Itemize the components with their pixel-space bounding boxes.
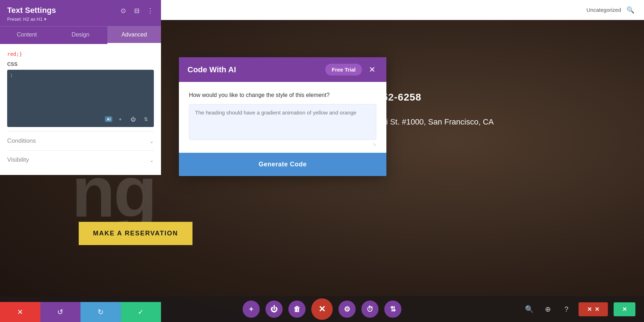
add-element-icon[interactable]: +	[243, 301, 260, 318]
css-line-number: 1	[10, 73, 13, 78]
cancel-button[interactable]: ✕	[0, 302, 40, 322]
top-bar-search-icon[interactable]: 🔍	[625, 5, 635, 15]
css-label: CSS	[7, 61, 154, 67]
discard-close-label: ✕	[595, 306, 599, 313]
sort-element-icon[interactable]: ⇅	[384, 301, 401, 318]
close-element-icon[interactable]: ✕	[311, 298, 333, 320]
css-red-code: red;}	[7, 50, 154, 58]
panel-header: Text Settings Preset: H2 as H1 ▾ ⊙ ⊟ ⋮	[0, 0, 161, 26]
top-bar-category: Uncategorized	[586, 7, 621, 13]
bottom-toolbar-center: + ⏻ 🗑 ✕ ⚙ ⏱ ⇅	[243, 298, 401, 320]
more-icon[interactable]: ⋮	[145, 6, 155, 16]
settings-element-icon[interactable]: ⚙	[338, 301, 356, 318]
visibility-label: Visibility	[7, 156, 29, 164]
save-button[interactable]: ✓	[121, 302, 161, 322]
free-trial-badge: Free Trial	[325, 64, 362, 75]
sort-updown-icon[interactable]: ⇅	[141, 114, 151, 124]
tab-content[interactable]: Content	[0, 26, 54, 44]
undo-button[interactable]: ↺	[40, 302, 81, 322]
reservation-button[interactable]: MAKE A RESERVATION	[79, 222, 192, 245]
discard-close-button[interactable]: ✕ ✕	[579, 302, 608, 316]
save-close-button[interactable]: ✕	[614, 302, 635, 316]
redo-button[interactable]: ↻	[80, 302, 121, 322]
target-icon[interactable]: ⊙	[118, 6, 128, 16]
top-bar-right: Uncategorized 🔍	[586, 5, 635, 15]
tab-design[interactable]: Design	[54, 26, 107, 44]
panel-header-icons: ⊙ ⊟ ⋮	[118, 6, 155, 16]
conditions-label: Conditions	[7, 137, 36, 145]
ai-dialog-footer: Generate Code	[179, 153, 386, 176]
conditions-section[interactable]: Conditions ⌄	[7, 131, 154, 150]
discard-close-icon: ✕	[587, 306, 592, 313]
ai-dialog-body: How would you like to change the style o…	[179, 82, 386, 153]
reset-icon[interactable]: ⏻	[128, 114, 138, 124]
ai-question: How would you like to change the style o…	[189, 92, 376, 98]
delete-element-icon[interactable]: 🗑	[288, 301, 306, 318]
ai-dialog-title: Code With AI	[187, 65, 236, 74]
css-editor[interactable]: 1 AI + ⏻ ⇅	[7, 70, 154, 127]
panel-body: red;} CSS 1 AI + ⏻ ⇅ Conditions ⌄ Visibi…	[0, 44, 161, 175]
ai-dialog-close-icon[interactable]: ✕	[366, 64, 378, 75]
resize-handle-area: ⤡	[189, 142, 376, 147]
css-editor-toolbar: AI + ⏻ ⇅	[105, 114, 151, 124]
plus-icon[interactable]: +	[115, 114, 125, 124]
tab-advanced[interactable]: Advanced	[107, 26, 161, 44]
left-panel: Text Settings Preset: H2 as H1 ▾ ⊙ ⊟ ⋮ C…	[0, 0, 161, 175]
ai-icon[interactable]: AI	[105, 116, 112, 122]
history-element-icon[interactable]: ⏱	[361, 301, 379, 318]
bg-address: vi St. #1000, San Francisco, CA	[382, 117, 494, 127]
conditions-chevron-icon: ⌄	[149, 138, 154, 145]
panel-bottom-toolbar: ✕ ↺ ↻ ✓	[0, 302, 161, 322]
generate-code-button[interactable]: Generate Code	[179, 153, 386, 176]
bg-overlay-text: 52-6258 vi St. #1000, San Francisco, CA	[382, 92, 494, 127]
layers-bottom-icon[interactable]: ⊕	[541, 303, 554, 316]
ai-textarea[interactable]	[189, 104, 376, 140]
bottom-toolbar-right: 🔍 ⊕ ? ✕ ✕ ✕	[523, 302, 635, 316]
visibility-chevron-icon: ⌄	[149, 157, 154, 164]
ai-dialog: Code With AI Free Trial ✕ How would you …	[179, 57, 386, 176]
panel-preset: Preset: H2 as H1 ▾	[7, 16, 154, 22]
zoom-bottom-icon[interactable]: 🔍	[523, 303, 536, 316]
ai-dialog-header: Code With AI Free Trial ✕	[179, 57, 386, 82]
panel-tabs: Content Design Advanced	[0, 26, 161, 44]
layout-icon[interactable]: ⊟	[132, 6, 142, 16]
ai-dialog-header-right: Free Trial ✕	[325, 64, 378, 75]
power-element-icon[interactable]: ⏻	[265, 301, 283, 318]
help-bottom-icon[interactable]: ?	[560, 303, 573, 316]
bg-phone: 52-6258	[382, 92, 494, 103]
visibility-section[interactable]: Visibility ⌄	[7, 150, 154, 169]
